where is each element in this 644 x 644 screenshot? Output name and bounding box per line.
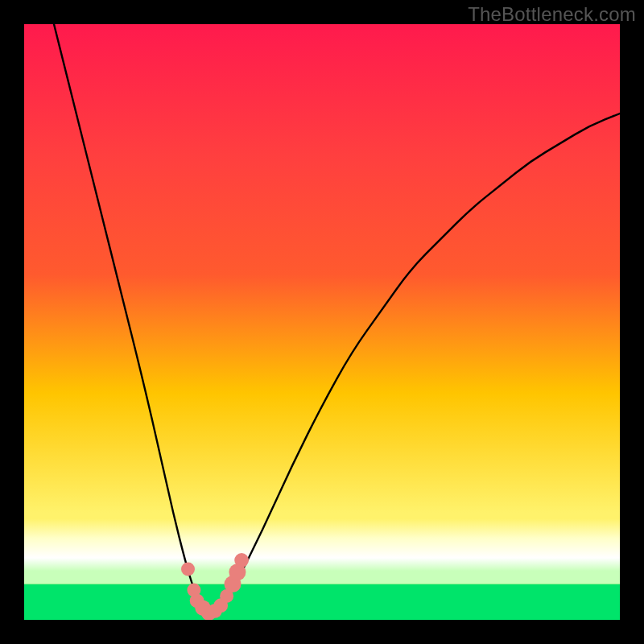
watermark-text: TheBottleneck.com <box>468 3 636 26</box>
bottleneck-curve-chart <box>24 24 620 620</box>
plot-area <box>24 24 620 620</box>
svg-rect-1 <box>24 518 620 584</box>
svg-rect-2 <box>24 584 620 620</box>
chart-container: TheBottleneck.com <box>0 0 644 644</box>
curve-marker <box>234 553 249 568</box>
curve-marker <box>181 563 195 576</box>
